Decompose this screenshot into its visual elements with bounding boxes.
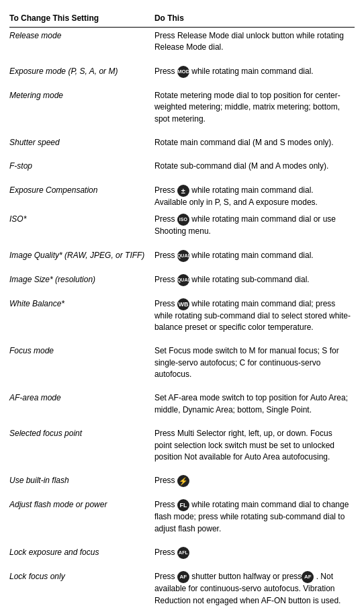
setting-cell: Use built-in flash xyxy=(9,472,154,490)
action-cell: Press WB while rotating main command dia… xyxy=(154,296,355,337)
table-row: Selected focus pointPress Multi Selector… xyxy=(9,425,355,466)
spacer-row xyxy=(9,289,355,296)
table-row: Use built-in flashPress ⚡ xyxy=(9,472,355,490)
table-row: Shutter speedRotate main command dial (M… xyxy=(9,134,355,151)
setting-cell: ISO* xyxy=(9,211,154,240)
setting-cell: Adjust flash mode or power xyxy=(9,496,154,537)
action-cell: Press ⚡ xyxy=(154,472,355,490)
spacer-row xyxy=(9,81,355,87)
spacer-row xyxy=(9,336,355,343)
table-row: Release modePress Release Mode dial unlo… xyxy=(9,28,355,56)
setting-cell: Focus mode xyxy=(9,343,154,383)
action-cell: Press ± while rotating main command dial… xyxy=(154,182,355,211)
qual-icon: QUAL xyxy=(177,274,189,286)
spacer-row xyxy=(9,175,355,182)
action-cell: Rotate main command dial (M and S modes … xyxy=(154,134,355,151)
action-cell: Press Release Mode dial unlock button wh… xyxy=(154,28,355,56)
flash-icon: ⚡ xyxy=(177,475,189,487)
table-row: Lock focus onlyPress AF shutter button h… xyxy=(9,568,355,609)
table-row: F-stopRotate sub-command dial (M and A m… xyxy=(9,158,355,175)
mode-icon: MODE xyxy=(177,66,189,78)
action-text: Set Focus mode switch to M for manual fo… xyxy=(154,346,339,379)
spacer-row xyxy=(9,490,355,496)
action-cell: Press AF shutter button halfway or press… xyxy=(154,568,355,609)
spacer-row xyxy=(9,151,355,158)
qual-icon: QUAL xyxy=(177,250,189,262)
afon-icon: AF xyxy=(177,571,189,583)
setting-cell: Lock focus only xyxy=(9,568,154,609)
afon2-icon: AF xyxy=(302,571,314,583)
action-text: Rotate metering mode dial to top positio… xyxy=(154,91,340,124)
spacer-row xyxy=(9,128,355,134)
action-text: Set AF-area mode switch to top position … xyxy=(154,393,348,414)
action-cell: Press MODE while rotating main command d… xyxy=(154,63,355,81)
spacer-row xyxy=(9,537,355,544)
spacer-row xyxy=(9,383,355,390)
table-row: Exposure mode (P, S, A, or M)Press MODE … xyxy=(9,63,355,81)
spacer-row xyxy=(9,265,355,271)
table-row: Exposure CompensationPress ± while rotat… xyxy=(9,182,355,211)
setting-cell: Selected focus point xyxy=(9,425,154,466)
iso-icon: ISO xyxy=(177,214,189,226)
table-row: Lock exposure and focusPress AFL xyxy=(9,544,355,562)
setting-cell: F-stop xyxy=(9,158,154,175)
settings-table-container: To Change This Setting Do This Release m… xyxy=(9,11,355,610)
setting-cell: Release mode xyxy=(9,28,154,56)
afl-icon: AFL xyxy=(177,547,189,559)
wb-icon: WB xyxy=(177,298,189,310)
action-cell: Set Focus mode switch to M for manual fo… xyxy=(154,343,355,383)
table-row: Image Quality* (RAW, JPEG, or TIFF)Press… xyxy=(9,247,355,265)
setting-cell: Shutter speed xyxy=(9,134,154,151)
setting-cell: Exposure Compensation xyxy=(9,182,154,211)
table-row: Image Size* (resolution)Press QUAL while… xyxy=(9,271,355,289)
table-row: White Balance*Press WB while rotating ma… xyxy=(9,296,355,337)
action-cell: Press QUAL while rotating sub-command di… xyxy=(154,271,355,289)
settings-table: To Change This Setting Do This Release m… xyxy=(9,11,355,610)
table-row: ISO*Press ISO while rotating main comman… xyxy=(9,211,355,240)
setting-cell: White Balance* xyxy=(9,296,154,337)
action-cell: Rotate metering mode dial to top positio… xyxy=(154,87,355,128)
spacer-row xyxy=(9,466,355,472)
setting-cell: Image Quality* (RAW, JPEG, or TIFF) xyxy=(9,247,154,265)
action-text: Press Multi Selector right, left, up, or… xyxy=(154,429,334,462)
setting-cell: Metering mode xyxy=(9,87,154,128)
col-header-action: Do This xyxy=(154,11,355,28)
action-cell: Press AFL xyxy=(154,544,355,562)
action-text: Rotate main command dial (M and S modes … xyxy=(154,138,334,147)
fl2-icon: FL xyxy=(177,499,189,511)
setting-cell: Exposure mode (P, S, A, or M) xyxy=(9,63,154,81)
action-cell: Press Multi Selector right, left, up, or… xyxy=(154,425,355,466)
col-header-setting: To Change This Setting xyxy=(9,11,154,28)
table-row: Adjust flash mode or powerPress FL while… xyxy=(9,496,355,537)
action-cell: Set AF-area mode switch to top position … xyxy=(154,390,355,419)
action-text: Press Release Mode dial unlock button wh… xyxy=(154,31,344,52)
action-cell: Press ISO while rotating main command di… xyxy=(154,211,355,240)
spacer-row xyxy=(9,562,355,568)
spacer-row xyxy=(9,241,355,247)
action-line2: Available only in P, S, and A exposure m… xyxy=(154,198,318,207)
setting-cell: AF-area mode xyxy=(9,390,154,419)
setting-cell: Lock exposure and focus xyxy=(9,544,154,562)
spacer-row xyxy=(9,56,355,63)
action-text: Rotate sub-command dial (M and A modes o… xyxy=(154,161,328,171)
spacer-row xyxy=(9,419,355,425)
action-cell: Press QUAL while rotating main command d… xyxy=(154,247,355,265)
action-cell: Rotate sub-command dial (M and A modes o… xyxy=(154,158,355,175)
ev-icon: ± xyxy=(177,185,189,197)
table-row: Metering modeRotate metering mode dial t… xyxy=(9,87,355,128)
setting-cell: Image Size* (resolution) xyxy=(9,271,154,289)
table-row: AF-area modeSet AF-area mode switch to t… xyxy=(9,390,355,419)
table-row: Focus modeSet Focus mode switch to M for… xyxy=(9,343,355,383)
action-cell: Press FL while rotating main command dia… xyxy=(154,496,355,537)
